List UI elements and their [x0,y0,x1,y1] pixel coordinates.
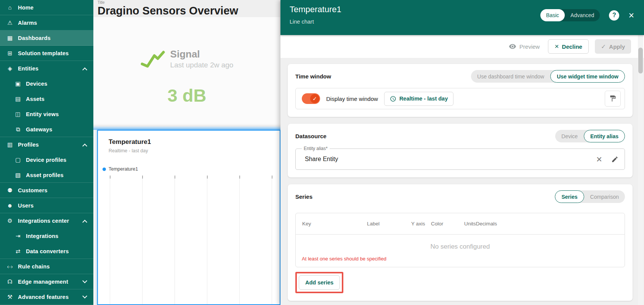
use-dashboard-time-window-pill[interactable]: Use dashboard time window [471,70,550,83]
apply-check-icon: ✓ [601,43,606,50]
apply-button[interactable]: ✓ Apply [595,39,631,54]
solution-templates-icon: ⊞ [5,50,14,57]
preview-button[interactable]: Preview [509,43,540,50]
datasource-entity-alias-pill[interactable]: Entity alias [584,130,625,142]
sidebar-item-devices[interactable]: ▣ Devices [0,76,93,91]
series-table: KeyLabelY axisColorUnitsDecimals No seri… [295,213,625,267]
datasource-type-toggle: Device Entity alias [555,130,625,142]
series-error-text: At least one series should be specified [302,256,386,262]
sidebar-item-edge-management[interactable]: ☊ Edge management [0,274,93,289]
series-column-header: Color [431,221,464,227]
decline-x-icon: × [554,42,559,51]
chart-grid [98,176,280,304]
device-profiles-icon: ▢ [13,156,22,163]
advanced-features-icon: ⚒ [5,294,14,300]
sidebar-item-solution-templates[interactable]: ⊞ Solution templates [0,46,93,61]
series-empty-text: No series configured [296,243,625,251]
chart-legend[interactable]: Temperature1 [103,166,280,172]
series-column-header: Key [302,221,367,227]
sidebar-item-entities[interactable]: ◈ Entities [0,61,93,76]
series-card: Series Series Comparison KeyLabelY axisC… [288,184,633,301]
chevron-icon [82,220,87,225]
datasource-device-pill[interactable]: Device [555,130,584,142]
sidebar-item-alarms[interactable]: ⚠ Alarms [0,15,93,30]
sidebar-item-device-profiles[interactable]: ▢ Device profiles [0,152,93,168]
signal-widget[interactable]: Signal Last update 2w ago 3 dB [93,17,280,126]
legend-dot-icon [103,168,106,171]
sidebar-item-entity-views[interactable]: ◫ Entity views [0,107,93,122]
paint-roller-icon [609,95,617,102]
chevron-icon [82,144,87,149]
sidebar-item-data-converters[interactable]: ⇄ Data converters [0,244,93,259]
panel-scrollbar [638,35,643,305]
panel-body: Time window Use dashboard time window Us… [280,58,644,305]
sidebar-item-asset-profiles[interactable]: ▧ Asset profiles [0,168,93,183]
rule-chains-icon: ‹·› [5,263,14,270]
sidebar-item-dashboards[interactable]: ▦ Dashboards [0,30,93,46]
display-time-window-label: Display time window [326,96,378,102]
dashboard-titlebar: Title Dragino Sensors Overview [93,0,280,17]
realtime-window-button[interactable]: Realtime - last day [384,92,453,106]
chevron-icon [82,278,87,283]
display-time-window-toggle[interactable]: ✓ [302,93,320,104]
assets-icon: ▤ [13,96,22,102]
dashboard-title-input[interactable]: Dragino Sensors Overview [98,5,264,17]
panel-subtitle: Line chart [290,19,341,25]
profiles-icon: ▥ [5,141,14,148]
sidebar-item-advanced-features[interactable]: ⚒ Advanced features [0,289,93,305]
sidebar-item-assets[interactable]: ▤ Assets [0,91,93,107]
sidebar-item-profiles[interactable]: ▥ Profiles [0,137,93,152]
widget-config-panel: Temperature1 Line chart Basic Advanced ?… [280,0,644,305]
toggle-check-icon: ✓ [310,94,319,103]
temperature-widget[interactable]: Temperature1 Realtime - last day Tempera… [97,130,280,305]
panel-header: Temperature1 Line chart Basic Advanced ?… [280,0,644,35]
use-widget-time-window-pill[interactable]: Use widget time window [550,70,625,83]
decline-button[interactable]: × Decline [548,39,588,54]
entity-alias-field-label: Entity alias* [302,146,330,151]
series-column-header: Y axis [411,221,431,227]
sidebar-item-home[interactable]: ⌂ Home [0,0,93,15]
entity-views-icon: ◫ [13,111,22,118]
add-series-button[interactable]: Add series [299,275,340,290]
mode-basic-button[interactable]: Basic [540,9,565,21]
scrollbar-thumb[interactable] [638,48,643,73]
sidebar: ⌂ Home ⚠ Alarms ▦ Dashboards ⊞ Solution … [0,0,93,305]
panel-title: Temperature1 [290,5,341,14]
entity-alias-field[interactable]: Entity alias* Share Entity × [295,149,625,170]
help-icon[interactable]: ? [609,10,619,21]
signal-widget-title: Signal [170,48,234,60]
sidebar-item-integrations[interactable]: ⇥ Integrations [0,228,93,244]
legend-label: Temperature1 [109,166,138,172]
entities-icon: ◈ [5,65,14,72]
series-pill[interactable]: Series [555,190,584,203]
clock-icon [390,96,396,102]
sidebar-item-rule-chains[interactable]: ‹·› Rule chains [0,259,93,274]
sidebar-item-integrations-center[interactable]: ⚙ Integrations center [0,213,93,228]
series-table-header: KeyLabelY axisColorUnitsDecimals [296,213,625,235]
comparison-pill[interactable]: Comparison [584,190,625,203]
series-heading: Series [295,193,312,200]
dashboard-title-label: Title [98,0,280,5]
display-time-window-row: ✓ Display time window Realtime - last da… [295,88,625,109]
signal-value: 3 dB [93,85,280,106]
sidebar-item-customers[interactable]: ⚉ Customers [0,183,93,198]
chevron-icon [82,67,87,72]
close-icon[interactable]: × [628,11,634,20]
customers-icon: ⚉ [5,187,14,194]
widget-selection-glow [93,126,280,130]
dashboard-area: Title Dragino Sensors Overview Signal La… [93,0,280,305]
users-icon: ☻ [5,202,14,209]
edit-pencil-icon[interactable] [611,156,618,163]
series-comparison-toggle: Series Comparison [555,190,625,203]
data-converters-icon: ⇄ [13,248,22,255]
mode-advanced-button[interactable]: Advanced [565,9,600,21]
basic-advanced-toggle: Basic Advanced [540,9,600,21]
asset-profiles-icon: ▧ [13,172,22,179]
clear-icon[interactable]: × [596,155,602,163]
time-window-card: Time window Use dashboard time window Us… [288,64,633,117]
series-column-header: Decimals [476,221,497,227]
gateways-icon: ⧉ [13,126,22,133]
sidebar-item-gateways[interactable]: ⧉ Gateways [0,122,93,137]
sidebar-item-users[interactable]: ☻ Users [0,198,93,213]
copy-style-button[interactable] [605,91,621,107]
